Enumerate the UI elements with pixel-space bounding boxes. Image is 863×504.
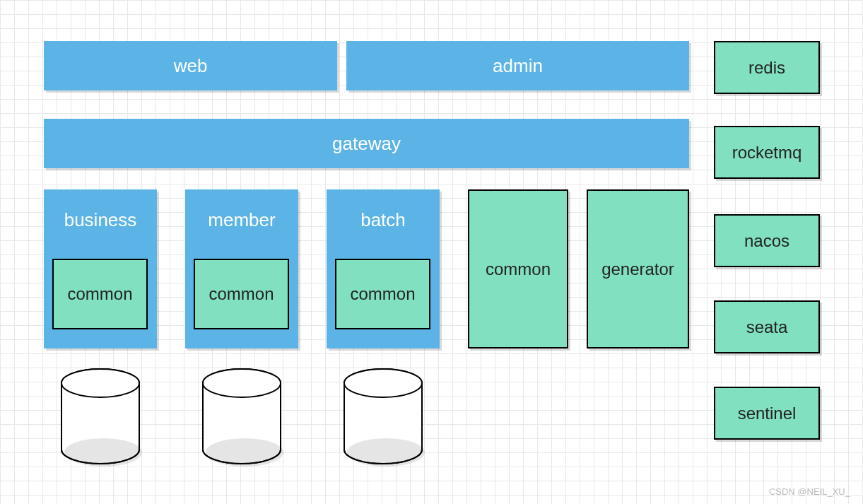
cylinder-icon xyxy=(341,366,425,469)
label-common: common xyxy=(486,259,551,279)
svg-point-8 xyxy=(347,438,425,467)
box-member-common: common xyxy=(194,259,289,329)
box-nacos: nacos xyxy=(714,214,820,267)
label-admin: admin xyxy=(493,55,543,77)
label-seata: seata xyxy=(746,317,788,337)
watermark: CSDN @NEIL_XU_ xyxy=(769,486,850,497)
cylinder-icon xyxy=(199,366,284,469)
diagram-canvas: web admin gateway business common member… xyxy=(0,0,863,504)
svg-point-7 xyxy=(344,369,422,397)
box-gateway: gateway xyxy=(44,119,689,168)
box-rocketmq: rocketmq xyxy=(714,126,820,179)
database-icon xyxy=(341,366,425,471)
label-member-common: common xyxy=(209,284,274,304)
box-common: common xyxy=(468,189,568,348)
label-redis: redis xyxy=(748,58,785,78)
box-web: web xyxy=(44,41,337,90)
label-generator: generator xyxy=(601,259,674,279)
svg-point-5 xyxy=(206,438,283,467)
box-batch: batch common xyxy=(327,189,440,348)
box-seata: seata xyxy=(714,300,820,353)
label-gateway: gateway xyxy=(332,133,401,155)
box-generator: generator xyxy=(587,189,689,348)
label-member: member xyxy=(185,189,298,231)
svg-point-1 xyxy=(61,369,139,397)
label-batch: batch xyxy=(327,189,440,231)
box-member: member common xyxy=(185,189,298,348)
database-icon xyxy=(199,366,284,471)
box-batch-common: common xyxy=(335,259,430,329)
box-business: business common xyxy=(44,189,157,348)
label-web: web xyxy=(174,55,208,77)
cylinder-icon xyxy=(58,366,143,469)
label-nacos: nacos xyxy=(744,231,789,251)
box-redis: redis xyxy=(714,41,820,94)
label-business-common: common xyxy=(67,284,132,304)
database-icon xyxy=(58,366,143,471)
svg-point-4 xyxy=(203,369,281,397)
label-sentinel: sentinel xyxy=(738,404,797,423)
label-rocketmq: rocketmq xyxy=(732,143,802,163)
label-batch-common: common xyxy=(350,284,415,304)
box-admin: admin xyxy=(346,41,689,90)
svg-point-2 xyxy=(64,438,142,467)
box-sentinel: sentinel xyxy=(714,387,820,440)
box-business-common: common xyxy=(52,259,148,329)
label-business: business xyxy=(44,189,157,231)
